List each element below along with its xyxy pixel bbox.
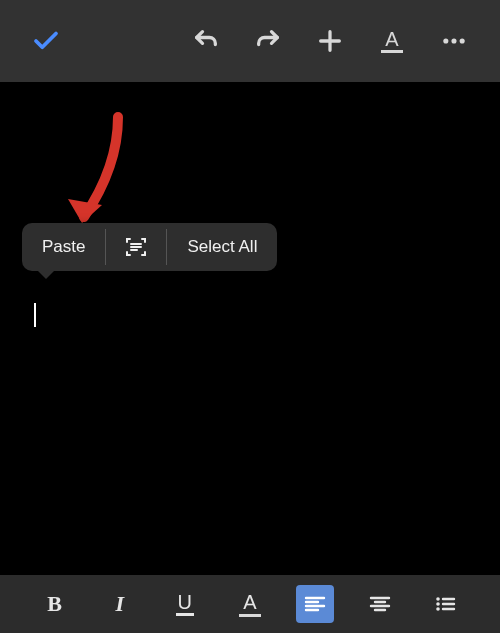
redo-icon [254,27,282,55]
text-color-icon: A [239,592,261,617]
bold-icon: B [47,591,62,617]
redo-button[interactable] [244,17,292,65]
undo-icon [192,27,220,55]
text-caret [34,303,36,327]
bullet-list-button[interactable] [426,585,464,623]
undo-button[interactable] [182,17,230,65]
italic-button[interactable]: I [101,585,139,623]
underline-button[interactable]: U [166,585,204,623]
svg-point-5 [437,607,441,611]
svg-point-2 [460,38,465,43]
annotation-arrow-icon [60,111,140,226]
svg-point-4 [437,602,441,606]
document-canvas[interactable]: Paste Select All [0,82,500,575]
paste-button[interactable]: Paste [22,223,105,271]
select-all-button[interactable]: Select All [167,223,277,271]
italic-icon: I [115,591,124,617]
svg-point-1 [451,38,456,43]
paste-label: Paste [42,237,85,257]
insert-button[interactable] [306,17,354,65]
scan-text-icon [124,235,148,259]
align-left-button[interactable] [296,585,334,623]
underline-icon: U [176,592,194,616]
svg-point-0 [443,38,448,43]
select-all-label: Select All [187,237,257,257]
confirm-button[interactable] [22,17,70,65]
top-toolbar: A [0,0,500,82]
bullet-list-icon [433,592,457,616]
svg-point-3 [437,597,441,601]
bottom-toolbar: B I U A [0,575,500,633]
text-format-button[interactable]: A [368,17,416,65]
text-format-icon: A [381,29,403,53]
more-horizontal-icon [440,27,468,55]
align-left-icon [303,592,327,616]
context-menu: Paste Select All [22,223,277,271]
text-color-button[interactable]: A [231,585,269,623]
scan-text-button[interactable] [106,223,166,271]
align-center-icon [368,592,392,616]
more-button[interactable] [430,17,478,65]
check-icon [31,26,61,56]
align-center-button[interactable] [361,585,399,623]
plus-icon [316,27,344,55]
bold-button[interactable]: B [36,585,74,623]
